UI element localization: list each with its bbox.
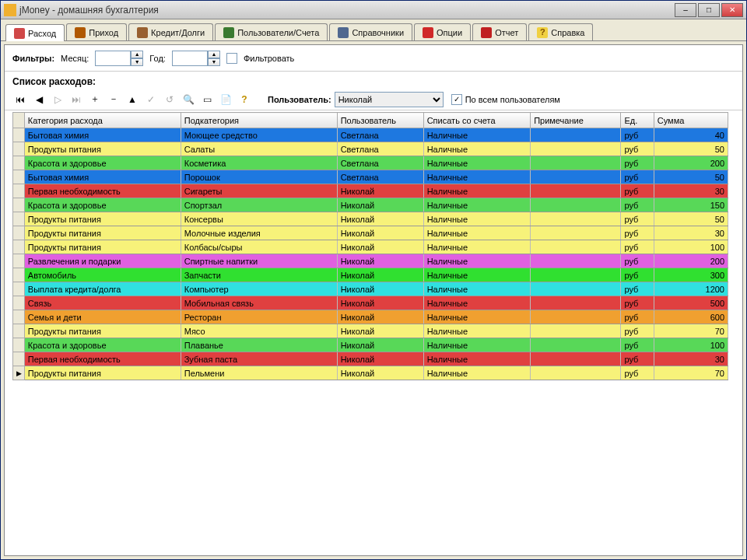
cell-unit[interactable]: руб — [621, 240, 654, 254]
cell-user[interactable]: Николай — [337, 310, 423, 324]
save-record-icon[interactable]: ✓ — [143, 92, 159, 107]
cell-cat[interactable]: Продукты питания — [24, 366, 181, 380]
cell-sub[interactable]: Молочные изделия — [181, 226, 337, 240]
cell-cat[interactable]: Развлечения и подарки — [24, 254, 181, 268]
cell-sum[interactable]: 30 — [654, 352, 728, 366]
cell-sum[interactable]: 200 — [654, 254, 728, 268]
year-up-button[interactable]: ▲ — [208, 51, 220, 58]
cell-acct[interactable]: Наличные — [423, 198, 530, 212]
tab-пользователи-счета[interactable]: Пользователи/Счета — [215, 23, 328, 40]
cell-unit[interactable]: руб — [621, 338, 654, 352]
cell-user[interactable]: Николай — [337, 352, 423, 366]
cell-cat[interactable]: Красота и здоровье — [24, 338, 181, 352]
search-icon[interactable]: 🔍 — [181, 92, 196, 107]
cell-unit[interactable]: руб — [621, 324, 654, 338]
tab-расход[interactable]: Расход — [5, 24, 65, 41]
cell-cat[interactable]: Красота и здоровье — [24, 198, 181, 212]
cell-unit[interactable]: руб — [621, 296, 654, 310]
cell-cat[interactable]: Продукты питания — [24, 324, 181, 338]
cell-note[interactable] — [531, 254, 621, 268]
table-row[interactable]: Продукты питанияСалатыСветланаНаличныеру… — [13, 142, 728, 156]
last-record-icon[interactable]: ⏭ — [68, 92, 84, 107]
cell-sub[interactable]: Мясо — [181, 324, 337, 338]
col-subcategory[interactable]: Подкатегория — [181, 113, 337, 128]
cell-user[interactable]: Николай — [337, 296, 423, 310]
next-record-icon[interactable]: ▷ — [50, 92, 65, 107]
cell-sub[interactable]: Косметика — [181, 156, 337, 170]
cell-sub[interactable]: Колбасы/сыры — [181, 240, 337, 254]
cell-sum[interactable]: 1200 — [654, 282, 728, 296]
cell-acct[interactable]: Наличные — [423, 366, 530, 380]
cell-cat[interactable]: Первая необходимость — [24, 184, 181, 198]
cell-user[interactable]: Светлана — [337, 170, 423, 184]
col-user[interactable]: Пользователь — [337, 113, 423, 128]
cell-sum[interactable]: 200 — [654, 156, 728, 170]
cell-acct[interactable]: Наличные — [423, 310, 530, 324]
cell-sum[interactable]: 70 — [654, 366, 728, 380]
cell-acct[interactable]: Наличные — [423, 254, 530, 268]
table-row[interactable]: АвтомобильЗапчастиНиколайНаличныеруб300 — [13, 268, 728, 282]
table-row[interactable]: Красота и здоровьеПлаваньеНиколайНаличны… — [13, 338, 728, 352]
cell-cat[interactable]: Продукты питания — [24, 212, 181, 226]
cell-sub[interactable]: Плаванье — [181, 338, 337, 352]
cell-note[interactable] — [531, 128, 621, 142]
cell-sum[interactable]: 300 — [654, 268, 728, 282]
table-row[interactable]: Бытовая химияМоющее средствоСветланаНали… — [13, 128, 728, 142]
table-row[interactable]: Развлечения и подаркиСпиртные напиткиНик… — [13, 254, 728, 268]
cell-acct[interactable]: Наличные — [423, 156, 530, 170]
cell-note[interactable] — [531, 156, 621, 170]
cell-note[interactable] — [531, 324, 621, 338]
month-input[interactable] — [95, 51, 131, 66]
add-record-icon[interactable]: ＋ — [87, 92, 103, 107]
col-sum[interactable]: Сумма — [654, 113, 728, 128]
year-down-button[interactable]: ▼ — [208, 58, 220, 66]
all-users-checkbox[interactable] — [451, 94, 462, 105]
cell-user[interactable]: Николай — [337, 226, 423, 240]
cell-cat[interactable]: Связь — [24, 296, 181, 310]
tab-справка[interactable]: ?Справка — [528, 23, 593, 40]
cell-cat[interactable]: Продукты питания — [24, 226, 181, 240]
cell-sum[interactable]: 30 — [654, 184, 728, 198]
cell-sum[interactable]: 50 — [654, 170, 728, 184]
table-row[interactable]: Бытовая химияПорошокСветланаНаличныеруб5… — [13, 170, 728, 184]
cell-unit[interactable]: руб — [621, 226, 654, 240]
cell-cat[interactable]: Бытовая химия — [24, 170, 181, 184]
cell-cat[interactable]: Бытовая химия — [24, 128, 181, 142]
cell-sub[interactable]: Компьютер — [181, 282, 337, 296]
cell-cat[interactable]: Продукты питания — [24, 240, 181, 254]
month-down-button[interactable]: ▼ — [131, 58, 143, 66]
cell-note[interactable] — [531, 198, 621, 212]
table-scroll[interactable]: Категория расхода Подкатегория Пользоват… — [5, 110, 742, 555]
month-up-button[interactable]: ▲ — [131, 51, 143, 58]
cell-user[interactable]: Николай — [337, 184, 423, 198]
cell-user[interactable]: Николай — [337, 338, 423, 352]
cell-unit[interactable]: руб — [621, 128, 654, 142]
cell-cat[interactable]: Семья и дети — [24, 310, 181, 324]
col-account[interactable]: Списать со счета — [423, 113, 530, 128]
cell-acct[interactable]: Наличные — [423, 212, 530, 226]
cell-note[interactable] — [531, 268, 621, 282]
year-input[interactable] — [172, 51, 208, 66]
cancel-record-icon[interactable]: ↺ — [162, 92, 177, 107]
cell-sub[interactable]: Зубная паста — [181, 352, 337, 366]
cell-note[interactable] — [531, 310, 621, 324]
table-row[interactable]: Продукты питанияПельмениНиколайНаличныер… — [13, 366, 728, 380]
cell-user[interactable]: Светлана — [337, 128, 423, 142]
cell-unit[interactable]: руб — [621, 352, 654, 366]
cell-note[interactable] — [531, 240, 621, 254]
cell-user[interactable]: Николай — [337, 366, 423, 380]
col-category[interactable]: Категория расхода — [24, 113, 181, 128]
cell-user[interactable]: Николай — [337, 282, 423, 296]
cell-note[interactable] — [531, 366, 621, 380]
cell-user[interactable]: Светлана — [337, 142, 423, 156]
table-row[interactable]: Продукты питанияМолочные изделияНиколайН… — [13, 226, 728, 240]
cell-unit[interactable]: руб — [621, 170, 654, 184]
cell-sub[interactable]: Салаты — [181, 142, 337, 156]
cell-cat[interactable]: Выплата кредита/долга — [24, 282, 181, 296]
cell-sum[interactable]: 100 — [654, 240, 728, 254]
cell-acct[interactable]: Наличные — [423, 170, 530, 184]
cell-sub[interactable]: Мобильная связь — [181, 296, 337, 310]
cell-acct[interactable]: Наличные — [423, 282, 530, 296]
table-row[interactable]: Красота и здоровьеКосметикаСветланаНалич… — [13, 156, 728, 170]
cell-sub[interactable]: Ресторан — [181, 310, 337, 324]
